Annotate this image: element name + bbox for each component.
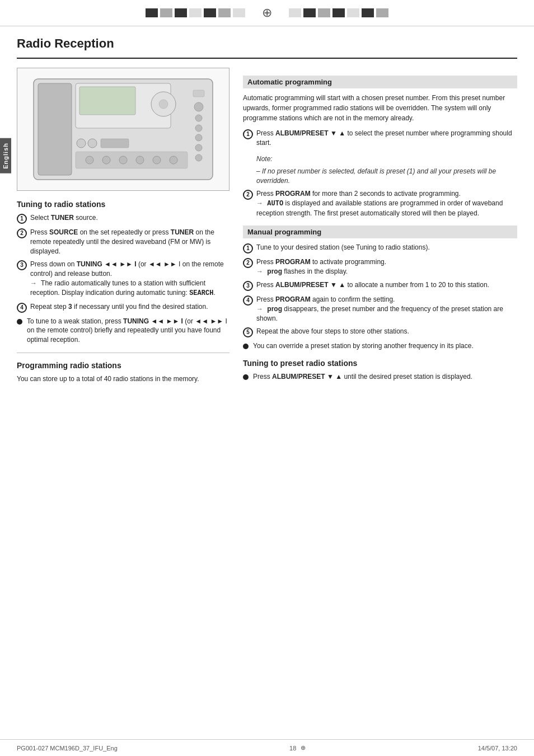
left-column: Tuning to radio stations 1 Select TUNER … xyxy=(17,68,229,388)
tuning-steps-list: 1 Select TUNER source. 2 Press SOURCE on… xyxy=(17,213,229,345)
tuning-preset-steps: Press ALBUM/PRESET ▼ ▲ until the desired… xyxy=(243,372,517,382)
step-number: 2 xyxy=(17,228,27,238)
step-number: 5 xyxy=(243,327,253,337)
bar-block xyxy=(189,8,202,17)
top-bar: ⊕ xyxy=(0,0,534,26)
step-item: 2 Press PROGRAM to activate programming.… xyxy=(243,257,517,276)
svg-point-11 xyxy=(195,115,202,121)
bottom-bar: PG001-027 MCM196D_37_IFU_Eng 18 ⊕ 14/5/0… xyxy=(0,739,534,756)
top-bar-crosshair: ⊕ xyxy=(262,6,272,20)
page-content: English Radio Reception xyxy=(0,26,534,405)
page-title: Radio Reception xyxy=(17,26,517,59)
step-item: 3 Press down on TUNING ◄◄ ►► I (or ◄◄ ►►… xyxy=(17,260,229,298)
bar-block xyxy=(362,8,374,17)
bar-block xyxy=(332,8,345,17)
svg-rect-1 xyxy=(38,83,72,175)
step-number: 4 xyxy=(17,303,27,313)
auto-note-label: Note: xyxy=(256,154,517,164)
language-tab: English xyxy=(0,138,11,173)
step-item: 1 Press ALBUM/PRESET ▼ ▲ to select the p… xyxy=(243,129,517,148)
tuning-section-heading: Tuning to radio stations xyxy=(17,200,229,209)
svg-rect-8 xyxy=(101,139,129,148)
step-number: 3 xyxy=(17,260,27,270)
auto-note-text: – If no preset number is selected, defau… xyxy=(256,167,517,186)
bar-block xyxy=(204,8,216,17)
step-item-bullet: Press ALBUM/PRESET ▼ ▲ until the desired… xyxy=(243,372,517,382)
step-item: 2 Press PROGRAM for more than 2 seconds … xyxy=(243,189,517,218)
auto-programming-heading: Automatic programming xyxy=(243,76,517,88)
bar-block xyxy=(218,8,231,17)
step-text: Press ALBUM/PRESET ▼ ▲ to select the pre… xyxy=(256,129,517,148)
programming-body: You can store up to a total of 40 radio … xyxy=(17,374,229,384)
step-item-bullet: To tune to a weak station, press TUNING … xyxy=(17,317,229,345)
step-number: 2 xyxy=(243,190,253,200)
step-text: Repeat the above four steps to store oth… xyxy=(256,327,517,336)
step-number: 1 xyxy=(243,243,253,253)
svg-point-18 xyxy=(102,156,110,164)
bar-block xyxy=(175,8,187,17)
step-number: 3 xyxy=(243,281,253,291)
manual-programming-steps: 1 Tune to your desired station (see Tuni… xyxy=(243,243,517,351)
step-text: Press ALBUM/PRESET ▼ ▲ to allocate a num… xyxy=(256,280,517,290)
svg-rect-3 xyxy=(79,87,135,115)
svg-point-5 xyxy=(159,100,168,109)
step-item: 5 Repeat the above four steps to store o… xyxy=(243,327,517,337)
auto-programming-steps: 1 Press ALBUM/PRESET ▼ ▲ to select the p… xyxy=(243,129,517,148)
manual-programming-heading: Manual programming xyxy=(243,226,517,238)
step-text: Press SOURCE on the set repeatedly or pr… xyxy=(30,228,229,256)
step-text: Press ALBUM/PRESET ▼ ▲ until the desired… xyxy=(253,372,517,382)
step-text: Press down on TUNING ◄◄ ►► I (or ◄◄ ►► I… xyxy=(30,260,229,298)
step-text: Press PROGRAM for more than 2 seconds to… xyxy=(256,189,517,218)
step-item: 1 Tune to your desired station (see Tuni… xyxy=(243,243,517,253)
step-number: 1 xyxy=(243,129,253,139)
step-item-bullet: You can override a preset station by sto… xyxy=(243,341,517,351)
step-text: Select TUNER source. xyxy=(30,213,229,223)
bullet-icon xyxy=(17,319,22,325)
auto-programming-steps-2: 2 Press PROGRAM for more than 2 seconds … xyxy=(243,189,517,218)
svg-point-12 xyxy=(195,125,202,132)
bottom-right-text: 14/5/07, 13:20 xyxy=(478,745,517,752)
step-item: 4 Repeat step 3 if necessary until you f… xyxy=(17,302,229,313)
bar-block xyxy=(160,8,172,17)
programming-section-heading: Programming radio stations xyxy=(17,361,229,370)
step-item: 1 Select TUNER source. xyxy=(17,213,229,224)
auto-programming-intro: Automatic programming will start with a … xyxy=(243,93,517,123)
step-item: 3 Press ALBUM/PRESET ▼ ▲ to allocate a n… xyxy=(243,280,517,291)
svg-point-14 xyxy=(195,144,202,151)
svg-point-20 xyxy=(136,156,144,164)
device-drawing xyxy=(28,73,218,185)
step-text: Repeat step 3 if necessary until you fin… xyxy=(30,302,229,312)
svg-point-17 xyxy=(86,156,93,164)
step-number: 2 xyxy=(243,258,253,268)
bottom-crosshair: ⊕ xyxy=(301,744,306,752)
step-number: 1 xyxy=(17,214,27,224)
bar-block xyxy=(318,8,330,17)
bullet-icon xyxy=(243,344,249,349)
step-text: Press PROGRAM again to confirm the setti… xyxy=(256,295,517,323)
bar-block xyxy=(376,8,388,17)
step-item: 2 Press SOURCE on the set repeatedly or … xyxy=(17,228,229,256)
bar-block xyxy=(233,8,245,17)
step-text: To tune to a weak station, press TUNING … xyxy=(27,317,229,345)
top-bar-right xyxy=(289,8,388,17)
bar-block xyxy=(347,8,359,17)
step-text: You can override a preset station by sto… xyxy=(253,341,517,351)
step-text: Press PROGRAM to activate programming. →… xyxy=(256,257,517,276)
main-content: Tuning to radio stations 1 Select TUNER … xyxy=(17,68,517,388)
bottom-center: 18 ⊕ xyxy=(289,744,306,752)
bottom-left-text: PG001-027 MCM196D_37_IFU_Eng xyxy=(17,745,118,752)
svg-point-6 xyxy=(77,139,86,148)
section-divider xyxy=(17,353,229,353)
step-number: 4 xyxy=(243,295,253,306)
svg-point-19 xyxy=(119,156,127,164)
svg-point-21 xyxy=(153,156,161,164)
device-image xyxy=(17,68,229,191)
svg-rect-9 xyxy=(193,90,204,97)
tuning-preset-heading: Tuning to preset radio stations xyxy=(243,359,517,368)
svg-point-13 xyxy=(195,134,202,141)
bar-block xyxy=(289,8,301,17)
step-text: Tune to your desired station (see Tuning… xyxy=(256,243,517,252)
right-column: Automatic programming Automatic programm… xyxy=(243,68,517,388)
svg-point-10 xyxy=(194,102,203,111)
bar-block xyxy=(303,8,316,17)
